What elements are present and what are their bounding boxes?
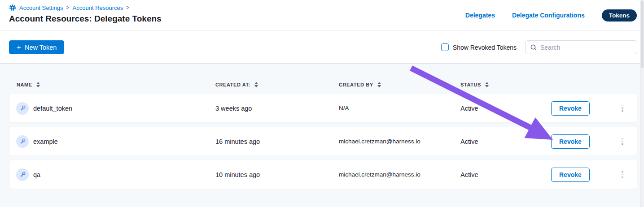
token-created-by: N/A	[339, 105, 460, 112]
kebab-menu-icon[interactable]	[619, 102, 626, 115]
revoke-button[interactable]: Revoke	[551, 101, 590, 116]
token-created-by: michael.cretzman@harness.io	[339, 171, 460, 178]
token-name: example	[33, 138, 58, 145]
breadcrumb-separator: >	[126, 4, 129, 11]
token-created-at: 10 minutes ago	[215, 171, 339, 178]
page-title: Account Resources: Delegate Tokens	[9, 14, 162, 24]
sort-icon[interactable]	[254, 82, 258, 87]
token-created-at: 16 minutes ago	[215, 138, 339, 145]
kebab-menu-icon[interactable]	[619, 135, 626, 148]
revoke-button[interactable]: Revoke	[551, 134, 590, 149]
breadcrumb-account-resources[interactable]: Account Resources	[73, 4, 123, 11]
toolbar-right-group: Show Revoked Tokens	[441, 40, 637, 54]
sort-icon[interactable]	[36, 82, 40, 87]
kebab-menu-icon[interactable]	[619, 168, 626, 181]
sort-icon[interactable]	[377, 82, 381, 87]
table-row[interactable]: example 16 minutes ago michael.cretzman@…	[10, 127, 637, 155]
breadcrumb-account-settings[interactable]: Account Settings	[19, 4, 63, 11]
plus-icon: +	[17, 43, 21, 51]
token-status: Active	[460, 171, 551, 178]
column-header-status[interactable]: STATUS	[460, 82, 551, 87]
vertical-scrollbar[interactable]	[640, 0, 644, 207]
token-created-at: 3 weeks ago	[215, 105, 339, 112]
column-label: CREATED AT:	[215, 82, 250, 87]
new-token-label: New Token	[25, 44, 57, 51]
column-header-name[interactable]: NAME	[10, 82, 215, 87]
token-status: Active	[460, 138, 551, 145]
search-input[interactable]	[540, 44, 632, 51]
search-box	[525, 40, 637, 54]
show-revoked-label[interactable]: Show Revoked Tokens	[453, 44, 517, 51]
column-label: NAME	[17, 82, 32, 87]
tokens-table: NAME CREATED AT: CREATED BY STATUS	[0, 64, 644, 207]
gear-icon	[9, 4, 16, 11]
table-header-row: NAME CREATED AT: CREATED BY STATUS	[10, 75, 637, 94]
breadcrumb: Account Settings > Account Resources >	[9, 4, 129, 11]
token-created-by: michael.cretzman@harness.io	[339, 138, 460, 145]
nav-tab-tokens-active[interactable]: Tokens	[602, 9, 637, 22]
column-label: STATUS	[460, 82, 481, 87]
token-name: qa	[33, 171, 40, 178]
breadcrumb-separator: >	[66, 4, 70, 11]
token-status: Active	[460, 105, 551, 112]
search-icon	[530, 44, 537, 51]
sort-icon[interactable]	[485, 82, 489, 87]
page-header: Account Settings > Account Resources > A…	[0, 0, 644, 31]
column-label: CREATED BY	[339, 82, 373, 87]
token-name: default_token	[33, 105, 72, 112]
column-header-created-by[interactable]: CREATED BY	[339, 82, 460, 87]
nav-link-delegates[interactable]: Delegates	[465, 12, 495, 19]
key-icon	[16, 102, 29, 115]
table-row[interactable]: default_token 3 weeks ago N/A Active Rev…	[10, 94, 637, 122]
delegate-tokens-page: Account Settings > Account Resources > A…	[0, 0, 644, 207]
key-icon	[16, 168, 29, 181]
header-nav: Delegates Delegate Configurations Tokens	[465, 9, 637, 21]
toolbar: + New Token Show Revoked Tokens	[0, 31, 644, 64]
nav-link-delegate-configurations[interactable]: Delegate Configurations	[512, 12, 585, 19]
show-revoked-checkbox[interactable]	[441, 43, 449, 51]
column-header-created-at[interactable]: CREATED AT:	[215, 82, 339, 87]
key-icon	[16, 135, 29, 148]
scrollbar-thumb[interactable]	[641, 1, 644, 68]
revoke-button[interactable]: Revoke	[551, 168, 590, 182]
table-row[interactable]: qa 10 minutes ago michael.cretzman@harne…	[10, 160, 637, 189]
new-token-button[interactable]: + New Token	[9, 40, 64, 54]
